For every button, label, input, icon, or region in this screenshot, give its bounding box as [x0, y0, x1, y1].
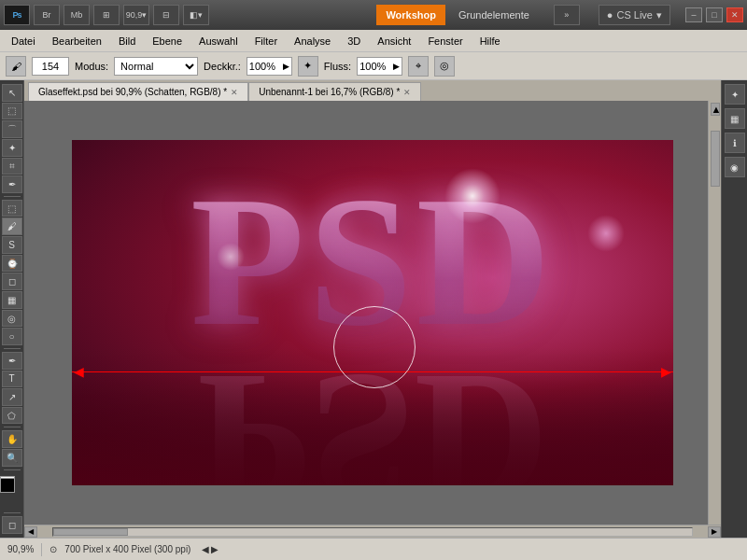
tab-unbenannt-label: Unbenannt-1 bei 16,7% (RGB/8) *	[259, 87, 400, 97]
airbrush-icon[interactable]: ✦	[298, 56, 318, 77]
status-proof: ⊙	[49, 544, 57, 554]
tab-unbenannt[interactable]: Unbenannt-1 bei 16,7% (RGB/8) * ✕	[248, 82, 421, 101]
menu-hilfe[interactable]: Hilfe	[472, 32, 508, 50]
move-tool-btn[interactable]: ↖	[2, 84, 22, 102]
quickmask-btn[interactable]: ◻	[2, 516, 22, 534]
workspace-button[interactable]: Workshop	[376, 5, 445, 25]
toolbar-separator-2	[4, 348, 21, 349]
info-btn[interactable]: ℹ	[725, 133, 745, 153]
eyedropper-btn[interactable]: ✒	[2, 175, 22, 193]
cslive-button[interactable]: ● CS Live ▾	[599, 5, 670, 25]
brush-btn selected[interactable]: 🖌	[2, 217, 22, 235]
options-bar: 🖌 Modus: Normal Deckkr.: 100% ▶ ✦ Fluss:…	[0, 52, 747, 80]
crop-tool-btn[interactable]: ⌗	[2, 158, 22, 175]
menu-filter[interactable]: Filter	[247, 32, 285, 50]
clone-btn[interactable]: S	[2, 236, 22, 254]
tab-glaseffekt-close[interactable]: ✕	[231, 88, 238, 97]
menu-analyse[interactable]: Analyse	[287, 32, 338, 50]
canvas-area: Glaseffekt.psd bei 90,9% (Schatten, RGB/…	[24, 80, 721, 538]
left-toolbar: ↖ ⬚ ⌒ ✦ ⌗ ✒ ⬚ 🖌 S ⌚ ◻ ▦ ◎ ○ ✒ T ↗ ⬠ ✋ 🔍 …	[0, 80, 24, 538]
zoom-level: 90,9%	[7, 544, 34, 554]
h-scrollbar[interactable]: ◀ ▶	[24, 525, 721, 538]
menu-bearbeiten[interactable]: Bearbeiten	[45, 32, 109, 50]
canvas-container: PSD PSD ◀ ▶	[24, 101, 721, 525]
status-divider-1	[41, 543, 42, 556]
brush-size-input[interactable]	[32, 57, 69, 76]
menu-bar: Datei Bearbeiten Bild Ebene Auswahl Filt…	[0, 30, 747, 52]
menu-fenster[interactable]: Fenster	[420, 32, 470, 50]
history-brush-btn[interactable]: ⌚	[2, 255, 22, 273]
toolbar-separator-1	[4, 196, 21, 197]
zoom-btn[interactable]: 🔍	[2, 449, 22, 467]
tab-glaseffekt[interactable]: Glaseffekt.psd bei 90,9% (Schatten, RGB/…	[28, 82, 248, 101]
fg-color-swatch[interactable]	[0, 478, 15, 493]
menu-ebene[interactable]: Ebene	[145, 32, 190, 50]
workspace-layout-btn[interactable]: ⊞	[93, 5, 120, 25]
lasso-tool-btn[interactable]: ⌒	[2, 120, 22, 138]
h-scrollbar-track	[52, 527, 693, 537]
opacity-value: 100%	[249, 61, 283, 72]
color-swatches	[0, 476, 26, 506]
opacity-btn[interactable]: ▶	[283, 62, 289, 71]
gradient-btn[interactable]: ▦	[2, 291, 22, 309]
window-close-btn[interactable]: ✕	[726, 7, 743, 22]
menu-bild[interactable]: Bild	[111, 32, 143, 50]
h-scroll-right-btn[interactable]: ▶	[708, 526, 721, 538]
h-scroll-left-btn[interactable]: ◀	[24, 526, 37, 538]
bridge-btn[interactable]: Br	[34, 5, 60, 25]
flow-btn[interactable]: ▶	[393, 62, 400, 71]
tablet-pressure-icon[interactable]: ⌖	[408, 56, 429, 77]
dodge-btn[interactable]: ○	[2, 328, 22, 345]
arrange-btn[interactable]: ◧▾	[183, 5, 209, 25]
grundelemente-button[interactable]: Grundelemente	[449, 5, 539, 25]
blur-btn[interactable]: ◎	[2, 310, 22, 328]
window-maximize-btn[interactable]: □	[706, 7, 723, 22]
title-bar: Ps Br Mb ⊞ 90,9▾ ⊟ ◧▾ Workshop Grundelem…	[0, 0, 747, 30]
flow-label: Fluss:	[324, 61, 351, 72]
pen-btn[interactable]: ✒	[2, 352, 22, 370]
menu-datei[interactable]: Datei	[4, 32, 43, 50]
layers-btn[interactable]: ◉	[725, 157, 745, 177]
shape-btn[interactable]: ⬠	[2, 407, 22, 425]
magic-wand-btn[interactable]: ✦	[2, 139, 22, 157]
lens-flare-3	[217, 243, 245, 271]
v-scrollbar[interactable]: ▲	[708, 101, 721, 525]
toolbar-separator-3	[4, 427, 21, 427]
guide-arrow-left: ◀	[74, 365, 84, 378]
extend-panels-btn[interactable]: »	[554, 5, 580, 25]
nav-left-btn[interactable]: ◀	[202, 544, 209, 554]
menu-ansicht[interactable]: Ansicht	[370, 32, 418, 50]
nav-arrows[interactable]: ◀ ▶	[202, 544, 218, 554]
brush-tool-icon[interactable]: 🖌	[6, 56, 26, 77]
tab-unbenannt-close[interactable]: ✕	[403, 88, 411, 97]
mode-select[interactable]: Normal	[114, 57, 198, 76]
brush-cursor	[333, 306, 416, 388]
h-scrollbar-thumb[interactable]	[53, 528, 128, 536]
compass-btn[interactable]: ✦	[725, 84, 745, 105]
path-select-btn[interactable]: ↗	[2, 388, 22, 406]
main-area: ↖ ⬚ ⌒ ✦ ⌗ ✒ ⬚ 🖌 S ⌚ ◻ ▦ ◎ ○ ✒ T ↗ ⬠ ✋ 🔍 …	[0, 80, 747, 538]
v-scroll-up-btn[interactable]: ▲	[711, 103, 720, 116]
window-minimize-btn[interactable]: –	[685, 7, 702, 22]
hand-btn[interactable]: ✋	[2, 430, 22, 448]
patch-tool-btn[interactable]: ⬚	[2, 200, 22, 217]
proof-icon: ⊙	[49, 544, 57, 554]
histogram-btn[interactable]: ▦	[725, 108, 745, 129]
cs-live-label: CS Live	[616, 9, 653, 21]
status-dimensions: 700 Pixel x 400 Pixel (300 ppi)	[64, 544, 190, 554]
nav-right-btn[interactable]: ▶	[211, 544, 218, 554]
minibr-btn[interactable]: Mb	[63, 5, 90, 25]
toolbar-separator-5	[4, 512, 21, 513]
lens-flare-1	[444, 168, 500, 224]
eraser-btn[interactable]: ◻	[2, 273, 22, 290]
menu-3d[interactable]: 3D	[340, 32, 368, 50]
menu-auswahl[interactable]: Auswahl	[191, 32, 246, 50]
v-scroll-thumb[interactable]	[711, 131, 720, 187]
marquee-tool-btn[interactable]: ⬚	[2, 103, 22, 120]
clone-stamp-icon[interactable]: ◎	[434, 56, 455, 77]
view-btn[interactable]: ⊟	[153, 5, 179, 25]
zoom-display-btn[interactable]: 90,9▾	[123, 5, 149, 25]
cs-live-chevron: ▾	[656, 9, 662, 21]
type-btn[interactable]: T	[2, 371, 22, 388]
status-bar: 90,9% ⊙ 700 Pixel x 400 Pixel (300 ppi) …	[0, 538, 747, 560]
